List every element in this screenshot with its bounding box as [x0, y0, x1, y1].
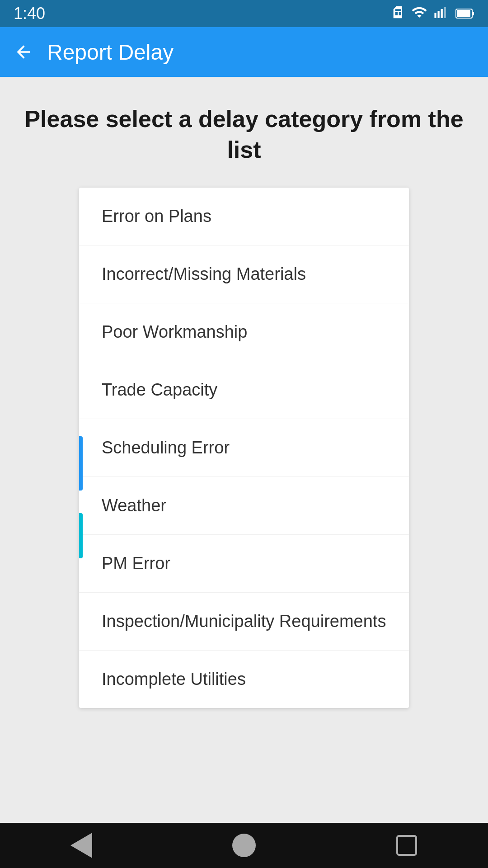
list-item[interactable]: Incomplete Utilities [79, 651, 409, 708]
nav-home-icon [232, 834, 256, 857]
signal-icon [434, 5, 449, 23]
bottom-nav-bar [0, 823, 488, 868]
list-item[interactable]: Scheduling Error [79, 419, 409, 477]
battery-icon [455, 8, 474, 19]
svg-rect-2 [441, 9, 443, 18]
svg-rect-0 [434, 13, 436, 18]
list-item[interactable]: Trade Capacity [79, 361, 409, 419]
svg-rect-6 [457, 10, 470, 17]
sim-card-icon [390, 5, 405, 23]
list-item[interactable]: Inspection/Municipality Requirements [79, 593, 409, 651]
delay-category-list: Error on PlansIncorrect/Missing Material… [79, 188, 409, 708]
list-item[interactable]: PM Error [79, 535, 409, 593]
app-bar: Report Delay [0, 27, 488, 77]
page-heading: Please select a delay category from the … [18, 104, 470, 165]
status-time: 1:40 [14, 4, 45, 23]
status-icons [390, 4, 474, 24]
svg-rect-1 [438, 11, 440, 18]
svg-rect-5 [472, 12, 474, 15]
back-button[interactable] [14, 42, 33, 62]
status-bar: 1:40 [0, 0, 488, 27]
main-content: Please select a delay category from the … [0, 77, 488, 823]
app-bar-title: Report Delay [47, 40, 174, 65]
svg-rect-3 [444, 7, 446, 18]
list-item[interactable]: Poor Workmanship [79, 303, 409, 361]
nav-back-button[interactable] [63, 827, 99, 863]
list-item[interactable]: Weather [79, 477, 409, 535]
nav-back-icon [70, 833, 92, 858]
nav-recents-icon [396, 835, 417, 856]
nav-recents-button[interactable] [389, 827, 425, 863]
list-item[interactable]: Incorrect/Missing Materials [79, 245, 409, 303]
wifi-icon [411, 4, 427, 24]
list-item[interactable]: Error on Plans [79, 188, 409, 245]
nav-home-button[interactable] [226, 827, 262, 863]
